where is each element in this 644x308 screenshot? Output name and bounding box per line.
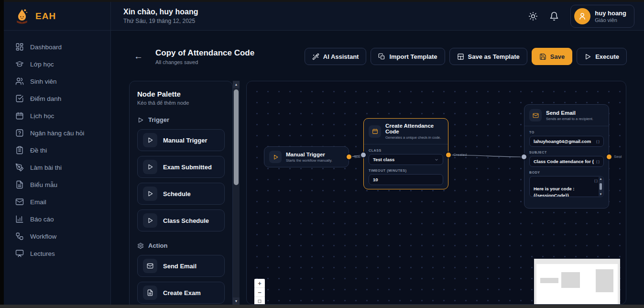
execute-label: Execute: [595, 53, 619, 60]
palette-item-label: Class Schedule: [163, 217, 209, 224]
monitor-icon: [15, 249, 24, 258]
scroll-down-arrow[interactable]: ▼: [233, 297, 240, 305]
node-subtitle: Starts the workflow manually.: [286, 158, 332, 163]
save-label: Save: [550, 53, 565, 60]
top-header: EAH Xin chào, huy hoang Thứ Sáu, 19 thán…: [4, 2, 644, 31]
palette-subtitle: Kéo thả để thêm node: [137, 100, 225, 106]
user-name: huy hoang: [595, 10, 626, 17]
notifications-bell-icon[interactable]: [549, 11, 559, 21]
fit-view-button[interactable]: [254, 297, 265, 305]
palette-scrollbar[interactable]: ▲ ▼: [233, 81, 240, 305]
node-manual-trigger[interactable]: Manual Trigger Starts the workflow manua…: [264, 146, 349, 167]
window-left-edge: [0, 0, 4, 308]
play-icon: [269, 151, 282, 163]
ai-assistant-button[interactable]: AI Assistant: [305, 48, 367, 65]
sidebar-item-schedule[interactable]: Lịch học: [4, 107, 110, 124]
body-field-label: BODY: [529, 171, 604, 174]
node-create-attendance-code[interactable]: Create Attendance Code Generates a uniqu…: [363, 118, 448, 189]
palette-item-class-schedule[interactable]: Class Schedule: [137, 209, 225, 231]
output-port-created[interactable]: [446, 153, 451, 157]
sidebar-item-exams[interactable]: Đề thi: [4, 142, 110, 159]
execute-button[interactable]: Execute: [577, 48, 627, 65]
mascot-logo-icon: [13, 8, 31, 25]
minimap[interactable]: [534, 259, 620, 305]
theme-toggle-sun-icon[interactable]: [528, 11, 538, 21]
mail-icon: [15, 198, 24, 206]
sidebar-item-question-bank[interactable]: Ngân hàng câu hỏi: [4, 124, 110, 142]
save-as-template-label: Save as Template: [468, 53, 520, 60]
save-button[interactable]: Save: [532, 48, 572, 65]
variable-badge[interactable]: { }: [596, 139, 600, 143]
sidebar-item-forms[interactable]: Biểu mẫu: [4, 176, 110, 193]
sidebar-item-label: Báo cáo: [30, 216, 54, 223]
palette-item-send-email[interactable]: Send Email: [137, 255, 225, 277]
canvas-controls: + −: [254, 279, 265, 305]
minimap-node: [596, 269, 613, 292]
workflow-title: Copy of Attendance Code: [155, 48, 254, 58]
sidebar-item-dashboard[interactable]: Dashboard: [4, 38, 110, 55]
workflow-canvas[interactable]: Manual Trigger Starts the workflow manua…: [246, 81, 626, 305]
node-title: Send Email: [546, 110, 593, 116]
output-port-start[interactable]: [347, 154, 351, 159]
subject-field-label: SUBJECT: [529, 151, 604, 154]
palette-item-exam-submitted[interactable]: Exam Submitted: [137, 156, 225, 178]
sidebar-item-take-exam[interactable]: Làm bài thi: [4, 159, 110, 176]
palette-item-create-exam[interactable]: Create Exam: [137, 282, 225, 304]
class-select[interactable]: Test class: [369, 154, 443, 165]
body-scrollbar[interactable]: ▲ ▼: [599, 177, 603, 196]
sidebar-item-label: Lịch học: [30, 112, 54, 120]
sidebar-item-email[interactable]: Email: [4, 193, 110, 210]
graduation-cap-icon: [15, 60, 24, 68]
check-square-icon: [15, 94, 24, 103]
brand-logo-box[interactable]: EAH: [4, 2, 111, 30]
palette-item-manual-trigger[interactable]: Manual Trigger: [137, 129, 225, 151]
import-template-label: Import Template: [389, 53, 437, 60]
sidebar-item-label: Ngân hàng câu hỏi: [30, 130, 84, 137]
zoom-in-button[interactable]: +: [254, 279, 265, 288]
action-section-label: Action: [148, 242, 167, 249]
node-title: Create Attendance Code: [385, 123, 443, 134]
user-role: Giáo viên: [595, 17, 626, 23]
file-text-icon: [15, 180, 24, 189]
node-palette-panel: Node Palette Kéo thả để thêm node Trigge…: [129, 81, 233, 305]
input-port-send-email[interactable]: [522, 154, 526, 159]
node-title: Manual Trigger: [286, 152, 332, 157]
sidebar-item-lectures[interactable]: Lectures: [4, 245, 110, 262]
date-text: Thứ Sáu, 19 tháng 12, 2025: [123, 18, 198, 24]
import-template-button[interactable]: Import Template: [371, 48, 445, 65]
variable-badge[interactable]: { }: [596, 159, 600, 164]
user-profile-card[interactable]: huy hoang Giáo viên: [570, 5, 634, 28]
palette-item-schedule[interactable]: Schedule: [137, 183, 225, 205]
sidebar-item-attendance[interactable]: Điểm danh: [4, 90, 110, 107]
variable-badge[interactable]: { }: [594, 178, 598, 184]
mail-icon: [529, 109, 542, 121]
brand-name: EAH: [35, 11, 56, 22]
sidebar-nav: Dashboard Lớp học Sinh viên Điểm danh Lị…: [4, 31, 111, 305]
node-send-email[interactable]: Send Email Sends an email to a recipient…: [524, 104, 609, 209]
timeout-input[interactable]: 10: [369, 174, 443, 185]
sidebar-item-reports[interactable]: Báo cáo: [4, 210, 110, 228]
sidebar-item-students[interactable]: Sinh viên: [4, 73, 110, 90]
scroll-up-arrow[interactable]: ▲: [233, 81, 240, 88]
body-textarea[interactable]: Here is your code : {{sessionCode}} { } …: [529, 176, 604, 197]
scroll-up-arrow[interactable]: ▲: [600, 177, 602, 180]
to-input[interactable]: lahuyhoang04@gmail.com { }: [529, 136, 604, 147]
chevron-down-icon: [434, 157, 439, 162]
palette-item-label: Manual Trigger: [163, 137, 207, 144]
sidebar-item-workflow[interactable]: Workflow: [4, 228, 110, 245]
greeting-text: Xin chào, huy hoang: [123, 8, 198, 16]
minimap-node: [561, 272, 580, 288]
back-arrow-icon[interactable]: ←: [134, 51, 143, 62]
scrollbar-thumb[interactable]: [234, 89, 239, 185]
scroll-down-arrow[interactable]: ▼: [600, 193, 602, 196]
input-port-attendance[interactable]: [361, 153, 366, 157]
workflow-save-status: All changes saved: [155, 59, 254, 65]
subject-input[interactable]: Class Code attendance for {{e { }: [529, 156, 604, 167]
workflow-toolbar: AI Assistant Import Template Save as Tem…: [305, 48, 627, 65]
clipboard-icon: [15, 146, 24, 154]
sidebar-item-classes[interactable]: Lớp học: [4, 55, 110, 73]
output-port-sent[interactable]: [607, 154, 611, 159]
zoom-out-button[interactable]: −: [254, 288, 265, 297]
save-as-template-button[interactable]: Save as Template: [449, 48, 527, 65]
scrollbar-thumb[interactable]: [600, 183, 602, 190]
